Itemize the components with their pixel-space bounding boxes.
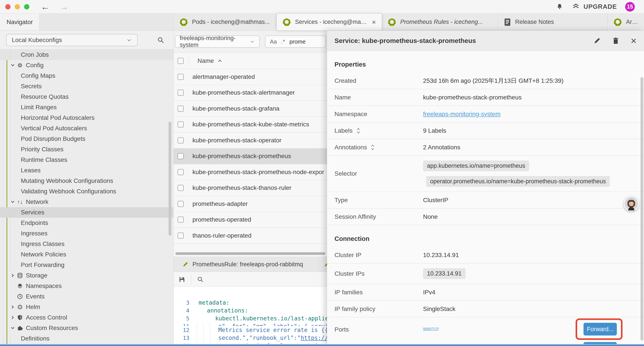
- sidebar-item-limit-ranges[interactable]: Limit Ranges: [0, 102, 174, 113]
- case-sensitive-toggle[interactable]: Aa: [270, 38, 277, 45]
- sidebar-item-definitions[interactable]: Definitions: [0, 333, 174, 344]
- table-row[interactable]: prometheus-adapter: [174, 196, 327, 212]
- minimize-window-button[interactable]: [15, 4, 20, 9]
- sidebar-scrollbar[interactable]: [168, 122, 172, 236]
- row-checkbox[interactable]: [178, 121, 184, 127]
- regex-toggle[interactable]: .*: [281, 38, 285, 45]
- kubeconfig-select[interactable]: Local Kubeconfigs: [6, 34, 138, 46]
- row-checkbox[interactable]: [178, 201, 184, 207]
- sidebar-item-cron-jobs[interactable]: Cron Jobs: [0, 49, 174, 60]
- avatar[interactable]: [624, 196, 639, 211]
- chevron-right-icon[interactable]: [10, 273, 15, 278]
- table-row[interactable]: kube-prometheus-stack-prometheus: [174, 148, 327, 164]
- sidebar-item-storage[interactable]: Storage: [0, 270, 174, 281]
- tab-close-icon[interactable]: ×: [372, 19, 376, 26]
- detail-scrollbar[interactable]: [640, 77, 643, 341]
- chevron-down-icon[interactable]: [10, 63, 15, 68]
- table-row[interactable]: alertmanager-operated: [174, 69, 327, 85]
- notifications-bell-icon[interactable]: [556, 3, 563, 10]
- sidebar-item-leases[interactable]: Leases: [0, 165, 174, 176]
- sidebar-item-config[interactable]: Config: [0, 60, 174, 70]
- row-checkbox[interactable]: [178, 106, 184, 112]
- sidebar-search-icon[interactable]: [157, 36, 164, 43]
- sidebar-item-network-policies[interactable]: Network Policies: [0, 249, 174, 260]
- table-row[interactable]: kube-prometheus-stack-prometheus-node-ex…: [174, 164, 327, 180]
- sidebar-item-priority-classes[interactable]: Priority Classes: [0, 144, 174, 155]
- delete-icon[interactable]: [612, 37, 619, 44]
- sidebar-item-network[interactable]: ↑↓Network: [0, 197, 174, 207]
- sort-toggle-icon[interactable]: [370, 144, 375, 151]
- tab-prometheus-rules-icecheng[interactable]: Prometheus Rules - icecheng...: [382, 13, 498, 30]
- sidebar-item-config-maps[interactable]: Config Maps: [0, 70, 174, 81]
- column-header-name[interactable]: Name: [198, 57, 222, 64]
- chevron-right-icon[interactable]: [10, 304, 15, 310]
- notification-count-badge[interactable]: 15: [625, 2, 635, 11]
- save-icon[interactable]: [178, 276, 186, 283]
- table-row[interactable]: kube-prometheus-stack-grafana: [174, 101, 327, 117]
- table-search-input[interactable]: Aa .* prome: [265, 35, 326, 48]
- upgrade-button[interactable]: UPGRADE: [572, 3, 617, 11]
- sidebar-item-runtime-classes[interactable]: Runtime Classes: [0, 155, 174, 165]
- editor-tab-prometheusrule[interactable]: PrometheusRule: freeleaps-prod-rabbitmq: [174, 257, 319, 272]
- table-row[interactable]: prometheus-operated: [174, 212, 327, 228]
- table-row[interactable]: kube-prometheus-stack-kube-state-metrics: [174, 117, 327, 133]
- sidebar-item-ingress-classes[interactable]: Ingress Classes: [0, 239, 174, 249]
- tab-argo-se[interactable]: Argo Se: [608, 13, 644, 30]
- editor-tab-partial[interactable]: [319, 257, 327, 272]
- row-checkbox[interactable]: [178, 137, 184, 143]
- sidebar-item-vertical-pod-autoscalers[interactable]: Vertical Pod Autoscalers: [0, 123, 174, 134]
- sidebar-item-label: Endpoints: [0, 219, 48, 226]
- row-checkbox[interactable]: [178, 169, 184, 175]
- row-checkbox[interactable]: [178, 74, 184, 80]
- sidebar-item-horizontal-pod-autoscalers[interactable]: Horizontal Pod Autoscalers: [0, 113, 174, 123]
- row-checkbox[interactable]: [178, 233, 184, 239]
- sidebar-item-events[interactable]: Events: [0, 291, 174, 302]
- sidebar-item-endpoints[interactable]: Endpoints: [0, 218, 174, 228]
- sidebar-item-validating-webhook-configurations[interactable]: Validating Webhook Configurations: [0, 186, 174, 197]
- sidebar-item-helm[interactable]: Helm: [0, 302, 174, 312]
- select-all-checkbox[interactable]: [178, 58, 184, 64]
- sidebar-item-pod-disruption-budgets[interactable]: Pod Disruption Budgets: [0, 134, 174, 144]
- namespace-link[interactable]: freeleaps-monitoring-system: [423, 111, 500, 117]
- sidebar-item-access-control[interactable]: Access Control: [0, 312, 174, 323]
- close-window-button[interactable]: [5, 4, 10, 9]
- sidebar-item-ingresses[interactable]: Ingresses: [0, 228, 174, 239]
- sidebar-item-services[interactable]: Services: [0, 207, 174, 218]
- row-checkbox[interactable]: [178, 185, 184, 191]
- table-row[interactable]: kube-prometheus-stack-thanos-ruler: [174, 180, 327, 196]
- chevron-down-icon[interactable]: [10, 199, 15, 205]
- sidebar-item-namespaces[interactable]: Namespaces: [0, 281, 174, 291]
- table-row[interactable]: thanos-ruler-operated: [174, 228, 327, 244]
- row-value: IPv4: [423, 289, 435, 296]
- edit-icon[interactable]: [593, 37, 601, 44]
- zoom-window-button[interactable]: [24, 4, 29, 9]
- sidebar-item-secrets[interactable]: Secrets: [0, 81, 174, 91]
- chevron-right-icon[interactable]: [10, 315, 15, 320]
- tab-navigator[interactable]: Navigator: [0, 13, 40, 30]
- table-row[interactable]: kube-prometheus-stack-alertmanager: [174, 85, 327, 101]
- namespace-select[interactable]: freeleaps-monitoring-system: [175, 35, 260, 48]
- row-checkbox[interactable]: [178, 217, 184, 223]
- row-checkbox[interactable]: [178, 90, 184, 96]
- sidebar-item-label: Ingresses: [0, 230, 47, 237]
- table-row[interactable]: kube-prometheus-stack-operator: [174, 132, 327, 148]
- horizontal-scrollbar[interactable]: [175, 252, 325, 255]
- chevron-down-icon[interactable]: [10, 326, 15, 331]
- yaml-editor[interactable]: 3metadata:4annotations:5kubectl.kubernet…: [174, 287, 327, 346]
- close-icon[interactable]: ×: [631, 36, 636, 46]
- port-link[interactable]: 9090/TCP: [423, 327, 439, 331]
- sidebar-item-mutating-webhook-configurations[interactable]: Mutating Webhook Configurations: [0, 176, 174, 186]
- forward-button[interactable]: Forward...: [584, 323, 617, 336]
- sort-toggle-icon[interactable]: [356, 127, 360, 134]
- sidebar-item-custom-resources[interactable]: Custom Resources: [0, 323, 174, 333]
- tab-release-notes[interactable]: Release Notes: [498, 13, 608, 30]
- forward-button[interactable]: →: [60, 2, 68, 11]
- sidebar-item-port-forwarding[interactable]: Port Forwarding: [0, 260, 174, 270]
- kubernetes-icon: [613, 18, 622, 26]
- tab-services-icecheng-math[interactable]: Services - icecheng@math...×: [277, 13, 382, 30]
- tab-pods-icecheng-mathmas[interactable]: Pods - icecheng@mathmas...: [174, 13, 277, 30]
- row-checkbox[interactable]: [178, 153, 184, 159]
- editor-search-icon[interactable]: [197, 276, 204, 283]
- sidebar-item-resource-quotas[interactable]: Resource Quotas: [0, 91, 174, 102]
- back-button[interactable]: ←: [41, 2, 50, 11]
